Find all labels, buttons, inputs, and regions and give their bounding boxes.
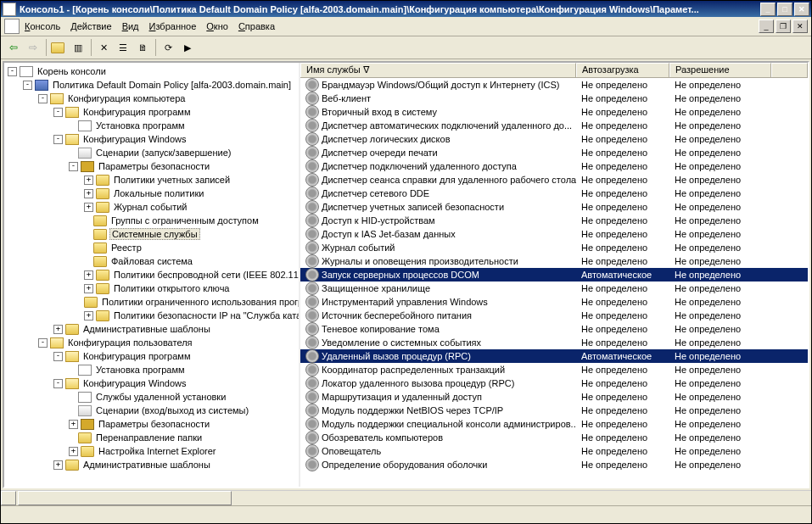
export-button[interactable]: 🗎 <box>133 38 152 57</box>
tree-node[interactable]: +Административные шаблоны <box>4 322 299 336</box>
delete-button[interactable]: ✕ <box>94 38 113 57</box>
service-row[interactable]: Инструментарий управления WindowsНе опре… <box>300 295 808 309</box>
collapse-icon[interactable]: - <box>23 81 32 90</box>
service-row[interactable]: Запуск серверных процессов DCOMАвтоматич… <box>300 268 808 282</box>
service-row[interactable]: Маршрутизация и удаленный доступНе опред… <box>300 390 808 404</box>
service-row[interactable]: Вторичный вход в системуНе определеноНе … <box>300 105 808 119</box>
service-row[interactable]: Диспетчер очереди печатиНе определеноНе … <box>300 146 808 159</box>
tree-node[interactable]: -Политика Default Domain Policy [alfa-20… <box>4 78 299 92</box>
tree-node[interactable]: -Конфигурация программ <box>4 105 299 119</box>
titlebar[interactable]: Консоль1 - [Корень консоли\Политика Defa… <box>1 1 811 17</box>
properties-button[interactable]: ☰ <box>114 38 132 57</box>
expand-icon[interactable]: + <box>84 189 93 198</box>
expand-icon[interactable]: + <box>84 270 93 280</box>
menu-консоль[interactable]: Консоль <box>25 21 60 31</box>
service-row[interactable]: Модуль поддержки NetBIOS через TCP/IPНе … <box>300 404 808 417</box>
nav-back-button[interactable]: ⇦ <box>4 38 23 57</box>
tree-node[interactable]: +Журнал событий <box>4 200 299 214</box>
service-row[interactable]: Обозреватель компьютеровНе определеноНе … <box>300 431 808 444</box>
expand-icon[interactable]: + <box>53 460 63 470</box>
service-row[interactable]: Журнал событийНе определеноНе определено <box>300 241 808 254</box>
tree-node[interactable]: Сценарии (запуск/завершение) <box>4 146 299 159</box>
service-row[interactable]: Диспетчер логических дисковНе определено… <box>300 132 808 146</box>
service-row[interactable]: Диспетчер автоматических подключений уда… <box>300 119 808 132</box>
tree-node[interactable]: -Конфигурация программ <box>4 349 299 363</box>
service-row[interactable]: Теневое копирование томаНе определеноНе … <box>300 322 808 336</box>
collapse-icon[interactable]: - <box>53 108 63 117</box>
service-row[interactable]: Диспетчер учетных записей безопасностиНе… <box>300 200 808 214</box>
service-row[interactable]: Уведомление о системных событияхНе опред… <box>300 336 808 349</box>
tree-node[interactable]: +Политики беспроводной сети (IEEE 802.11… <box>4 268 299 282</box>
tree-node[interactable]: -Параметры безопасности <box>4 159 299 173</box>
collapse-icon[interactable]: - <box>38 338 48 348</box>
expand-icon[interactable]: + <box>69 420 78 429</box>
expand-icon[interactable]: + <box>84 203 93 212</box>
tree-node[interactable]: +Параметры безопасности <box>4 417 299 431</box>
tree-node[interactable]: +Политики открытого ключа <box>4 282 299 295</box>
h-scrollbar[interactable] <box>1 490 811 505</box>
maximize-button[interactable]: □ <box>777 3 792 16</box>
tree-node[interactable]: -Конфигурация Windows <box>4 132 299 146</box>
expand-icon[interactable]: + <box>84 311 93 321</box>
help-button[interactable]: ▶ <box>178 38 197 57</box>
tree-node[interactable]: +Административные шаблоны <box>4 458 299 471</box>
tree-node[interactable]: Установка программ <box>4 119 299 132</box>
service-row[interactable]: Журналы и оповещения производительностиН… <box>300 254 808 268</box>
show-tree-button[interactable]: ▥ <box>69 38 87 57</box>
tree-node[interactable]: +Настройка Internet Explorer <box>4 444 299 458</box>
expand-icon[interactable]: + <box>53 325 63 334</box>
tree-node[interactable]: +Политики учетных записей <box>4 173 299 187</box>
service-row[interactable]: ОповещательНе определеноНе определено <box>300 444 808 458</box>
refresh-button[interactable]: ⟳ <box>159 38 177 57</box>
service-row[interactable]: Координатор распределенных транзакцийНе … <box>300 363 808 376</box>
service-row[interactable]: Веб-клиентНе определеноНе определено <box>300 92 808 105</box>
tree-node[interactable]: Сценарии (вход/выход из системы) <box>4 404 299 417</box>
tree-node[interactable]: Перенаправление папки <box>4 431 299 444</box>
tree-node[interactable]: Установка программ <box>4 363 299 376</box>
column-header[interactable]: Разрешение <box>669 63 771 77</box>
service-row[interactable]: Диспетчер сеанса справки для удаленного … <box>300 173 808 187</box>
collapse-icon[interactable]: - <box>53 352 63 361</box>
service-row[interactable]: Доступ к HID-устройствамНе определеноНе … <box>300 214 808 227</box>
service-row[interactable]: Диспетчер подключений удаленного доступа… <box>300 159 808 173</box>
tree-node[interactable]: Реестр <box>4 241 299 254</box>
tree-node[interactable]: Системные службы <box>4 227 299 241</box>
service-row[interactable]: Доступ к IAS Jet-базам данныхНе определе… <box>300 227 808 241</box>
nav-forward-button[interactable]: ⇨ <box>24 38 42 57</box>
expand-icon[interactable]: + <box>84 284 93 293</box>
menu-действие[interactable]: Действие <box>70 21 111 31</box>
service-row[interactable]: Источник бесперебойного питанияНе опреде… <box>300 309 808 322</box>
tree-node[interactable]: -Конфигурация Windows <box>4 376 299 390</box>
tree-node[interactable]: -Корень консоли <box>4 64 299 78</box>
tree-node[interactable]: -Конфигурация компьютера <box>4 92 299 105</box>
minimize-button[interactable]: _ <box>760 3 776 16</box>
close-button[interactable]: ✕ <box>794 3 809 16</box>
list-header[interactable]: Имя службы ᐁАвтозагрузкаРазрешение <box>300 63 808 78</box>
tree-node[interactable]: Службы удаленной установки <box>4 390 299 404</box>
tree-node[interactable]: Политики ограниченного использования про… <box>4 295 299 309</box>
menu-окно[interactable]: Окно <box>206 21 228 31</box>
child-close-button[interactable]: ✕ <box>792 20 808 33</box>
menu-вид[interactable]: Вид <box>122 21 139 31</box>
child-minimize-button[interactable]: _ <box>759 20 774 33</box>
collapse-icon[interactable]: - <box>8 67 17 76</box>
service-row[interactable]: Удаленный вызов процедур (RPC)Автоматиче… <box>300 349 808 363</box>
service-row[interactable]: Модуль поддержки специальной консоли адм… <box>300 417 808 431</box>
tree-pane[interactable]: -Корень консоли-Политика Default Domain … <box>4 63 300 487</box>
service-row[interactable]: Диспетчер сетевого DDEНе определеноНе оп… <box>300 187 808 200</box>
collapse-icon[interactable]: - <box>53 135 63 144</box>
tree-node[interactable]: +Политики безопасности IP на "Служба кат… <box>4 309 299 322</box>
expand-icon[interactable]: + <box>84 176 93 185</box>
collapse-icon[interactable]: - <box>38 94 48 103</box>
service-row[interactable]: Брандмауэр Windows/Общий доступ к Интерн… <box>300 78 808 92</box>
list-body[interactable]: Брандмауэр Windows/Общий доступ к Интерн… <box>300 78 808 487</box>
menu-справка[interactable]: Справка <box>238 21 275 31</box>
service-row[interactable]: Определение оборудования оболочкиНе опре… <box>300 458 808 471</box>
collapse-icon[interactable]: - <box>69 162 78 171</box>
column-header[interactable]: Автозагрузка <box>576 63 669 77</box>
tree-node[interactable]: -Конфигурация пользователя <box>4 336 299 349</box>
expand-icon[interactable]: + <box>69 447 78 456</box>
up-button[interactable] <box>49 38 68 57</box>
tree-node[interactable]: +Локальные политики <box>4 187 299 200</box>
collapse-icon[interactable]: - <box>53 379 63 388</box>
